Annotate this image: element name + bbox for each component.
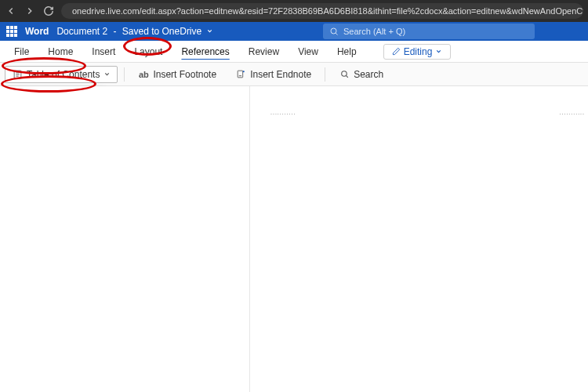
tab-help[interactable]: Help (329, 43, 365, 60)
tab-file[interactable]: File (6, 43, 37, 60)
tab-insert[interactable]: Insert (84, 43, 123, 60)
search-input[interactable] (343, 27, 528, 36)
search-icon (329, 27, 339, 36)
url-text: onedrive.live.com/edit.aspx?action=editn… (72, 6, 583, 16)
endnote-icon (235, 69, 246, 80)
ribbon-tabs: File Home Insert Layout References Revie… (0, 41, 588, 63)
editing-mode-button[interactable]: Editing (383, 44, 452, 60)
svg-line-2 (336, 33, 337, 34)
svg-line-11 (346, 75, 347, 77)
table-of-contents-button[interactable]: Table of Contents (5, 66, 118, 83)
margin-marker: ··········· (560, 111, 585, 117)
svg-point-10 (341, 71, 347, 77)
svg-point-9 (242, 71, 244, 72)
app-launcher-icon[interactable] (6, 26, 17, 37)
tab-layout[interactable]: Layout (126, 43, 170, 60)
svg-rect-7 (238, 71, 243, 78)
chevron-down-icon (435, 48, 442, 55)
divider (325, 67, 325, 82)
tab-home[interactable]: Home (40, 43, 81, 60)
doc-title[interactable]: Document 2 - Saved to OneDrive (56, 26, 212, 37)
reload-icon[interactable] (42, 5, 55, 17)
app-name: Word (25, 26, 49, 37)
back-icon[interactable] (5, 5, 17, 17)
insert-endnote-button[interactable]: Insert Endnote (228, 66, 318, 83)
svg-point-1 (331, 28, 336, 34)
pencil-icon (392, 47, 401, 56)
browser-chrome: onedrive.live.com/edit.aspx?action=editn… (0, 0, 588, 22)
footnote-icon: ab (138, 69, 149, 80)
divider (124, 67, 125, 82)
search-button[interactable]: Search (332, 66, 390, 83)
tab-review[interactable]: Review (241, 43, 287, 60)
search-box[interactable] (323, 24, 535, 39)
tab-references[interactable]: References (173, 43, 237, 60)
title-bar: Word Document 2 - Saved to OneDrive (0, 22, 588, 41)
toc-icon (12, 69, 23, 80)
chevron-down-icon (206, 27, 213, 34)
tab-view[interactable]: View (290, 43, 326, 60)
chevron-down-icon (103, 71, 111, 78)
forward-icon[interactable] (24, 5, 36, 17)
insert-footnote-button[interactable]: ab Insert Footnote (131, 66, 223, 83)
url-bar[interactable]: onedrive.live.com/edit.aspx?action=editn… (61, 3, 583, 19)
page-edge (249, 86, 250, 392)
margin-marker: ··········· (270, 111, 296, 117)
search-icon (339, 69, 350, 80)
ribbon-toolbar: Table of Contents ab Insert Footnote Ins… (0, 63, 588, 86)
document-canvas[interactable]: ··········· ··········· (0, 86, 588, 392)
